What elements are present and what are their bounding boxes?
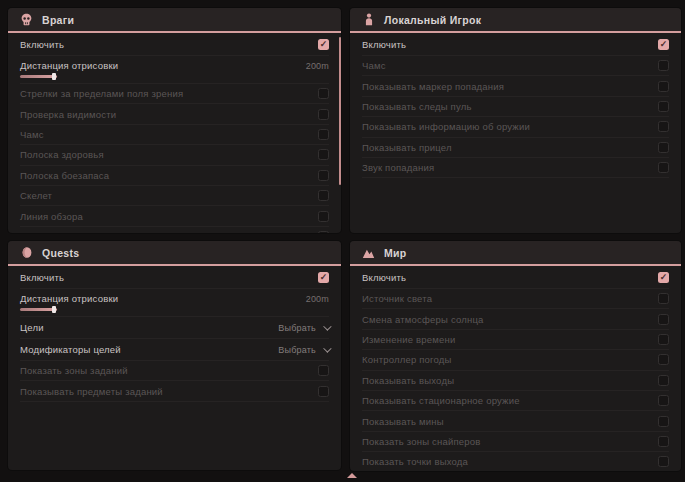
skull-icon	[20, 13, 33, 26]
row-hit-sound[interactable]: Звук попадания	[362, 158, 669, 178]
panel-title: Мир	[384, 247, 407, 259]
panel-enemies-rows: Включить ✓ Дистанция отрисовки 200m Стре…	[8, 33, 341, 233]
checkbox-unchecked[interactable]	[658, 436, 669, 447]
checkbox-unchecked[interactable]	[658, 81, 669, 92]
chevron-down-icon	[323, 322, 331, 330]
checkbox-unchecked[interactable]	[658, 395, 669, 406]
row-sun-atmosphere[interactable]: Смена атмосферы солнца	[362, 309, 669, 329]
row-hit-marker[interactable]: Показывать маркер попадания	[362, 76, 669, 96]
checkbox-checked[interactable]: ✓	[658, 272, 669, 283]
row-chams[interactable]: Чамс	[362, 56, 669, 76]
row-mines[interactable]: Показывать мины	[362, 411, 669, 431]
panel-title: Локальный Игрок	[384, 14, 481, 26]
panel-world-header[interactable]: Мир	[350, 241, 681, 266]
row-bullet-traces[interactable]: Показывать следы пуль	[20, 227, 329, 233]
checkbox-unchecked[interactable]	[318, 129, 329, 140]
row-weather-controller[interactable]: Контроллер погоды	[362, 350, 669, 370]
panel-enemies-header[interactable]: Враги	[8, 8, 341, 33]
row-time-change[interactable]: Изменение времени	[362, 330, 669, 350]
checkbox-unchecked[interactable]	[658, 334, 669, 345]
panel-quests-header[interactable]: Quests	[8, 241, 341, 266]
checkbox-unchecked[interactable]	[318, 211, 329, 222]
checkbox-unchecked[interactable]	[658, 416, 669, 427]
checkbox-unchecked[interactable]	[658, 456, 669, 467]
row-quest-zones[interactable]: Показать зоны заданий	[20, 361, 329, 381]
panel-local-player: Локальный Игрок Включить ✓ Чамс Показыва…	[350, 8, 681, 233]
row-enable[interactable]: Включить ✓	[362, 33, 669, 56]
mountains-icon	[362, 246, 375, 259]
checkbox-unchecked[interactable]	[318, 88, 329, 99]
target-modifiers-dropdown[interactable]: Выбрать	[278, 345, 329, 355]
panel-title: Враги	[42, 14, 74, 26]
scroll-indicator-triangle[interactable]	[347, 473, 357, 478]
panel-local-player-header[interactable]: Локальный Игрок	[350, 8, 681, 33]
row-line-of-sight[interactable]: Линия обзора	[20, 206, 329, 226]
row-skeleton[interactable]: Скелет	[20, 186, 329, 206]
row-crosshair[interactable]: Показывать прицел	[362, 138, 669, 158]
checkbox-unchecked[interactable]	[318, 109, 329, 120]
scrollbar[interactable]	[339, 37, 341, 185]
slider-thumb[interactable]	[52, 73, 56, 80]
checkbox-unchecked[interactable]	[318, 149, 329, 160]
panel-quests-rows: Включить ✓ Дистанция отрисовки 200m Цели…	[8, 266, 341, 402]
checkbox-unchecked[interactable]	[318, 365, 329, 376]
row-enable[interactable]: Включить ✓	[20, 266, 329, 289]
checkbox-checked[interactable]: ✓	[318, 272, 329, 283]
targets-dropdown[interactable]: Выбрать	[278, 323, 329, 333]
draw-distance-slider[interactable]	[20, 75, 57, 78]
draw-distance-slider[interactable]	[20, 308, 57, 311]
row-visibility-check[interactable]: Проверка видимости	[20, 104, 329, 124]
panel-quests: Quests Включить ✓ Дистанция отрисовки 20…	[8, 241, 341, 470]
row-quest-items[interactable]: Показывать предметы заданий	[20, 381, 329, 401]
panel-world-rows: Включить ✓ Источник света Смена атмосфер…	[350, 266, 681, 471]
row-draw-distance: Дистанция отрисовки 200m	[20, 289, 329, 317]
row-draw-distance: Дистанция отрисовки 200m	[20, 56, 329, 84]
row-stationary-weapons[interactable]: Показывать стационарное оружие	[362, 391, 669, 411]
row-exit-points[interactable]: Показать точки выхода	[362, 452, 669, 471]
checkbox-unchecked[interactable]	[318, 190, 329, 201]
checkbox-unchecked[interactable]	[658, 354, 669, 365]
panel-enemies: Враги Включить ✓ Дистанция отрисовки 200…	[8, 8, 341, 233]
panel-local-player-rows: Включить ✓ Чамс Показывать маркер попада…	[350, 33, 681, 178]
row-targets[interactable]: Цели Выбрать	[20, 317, 329, 339]
checkbox-unchecked[interactable]	[658, 121, 669, 132]
row-weapon-info[interactable]: Показывать информацию об оружии	[362, 117, 669, 137]
checkbox-unchecked[interactable]	[658, 375, 669, 386]
slider-thumb[interactable]	[52, 306, 56, 313]
panel-world: Мир Включить ✓ Источник света Смена атмо…	[350, 241, 681, 471]
slider-value: 200m	[306, 294, 329, 304]
row-health-bar[interactable]: Полоска здоровья	[20, 145, 329, 165]
checkbox-unchecked[interactable]	[658, 142, 669, 153]
checkbox-unchecked[interactable]	[658, 162, 669, 173]
checkbox-unchecked[interactable]	[658, 293, 669, 304]
chevron-down-icon	[323, 344, 331, 352]
checkbox-unchecked[interactable]	[658, 101, 669, 112]
row-offscreen-arrows[interactable]: Стрелки за пределами поля зрения	[20, 84, 329, 104]
slider-value: 200m	[306, 61, 329, 71]
checkbox-checked[interactable]: ✓	[318, 39, 329, 50]
row-light-source[interactable]: Источник света	[362, 289, 669, 309]
row-chams[interactable]: Чамс	[20, 125, 329, 145]
checkbox-unchecked[interactable]	[318, 386, 329, 397]
checkbox-checked[interactable]: ✓	[658, 39, 669, 50]
row-ammo-bar[interactable]: Полоска боезапаса	[20, 166, 329, 186]
row-exits[interactable]: Показывать выходы	[362, 371, 669, 391]
row-enable[interactable]: Включить ✓	[20, 33, 329, 56]
person-icon	[362, 13, 375, 26]
row-enable[interactable]: Включить ✓	[362, 266, 669, 289]
row-bullet-traces[interactable]: Показывать следы пуль	[362, 97, 669, 117]
panel-title: Quests	[42, 247, 79, 259]
row-target-modifiers[interactable]: Модификаторы целей Выбрать	[20, 339, 329, 361]
checkbox-unchecked[interactable]	[658, 314, 669, 325]
row-sniper-zones[interactable]: Показать зоны снайперов	[362, 432, 669, 452]
orb-icon	[20, 246, 33, 259]
checkbox-unchecked[interactable]	[318, 170, 329, 181]
checkbox-unchecked[interactable]	[318, 231, 329, 233]
checkbox-unchecked[interactable]	[658, 60, 669, 71]
